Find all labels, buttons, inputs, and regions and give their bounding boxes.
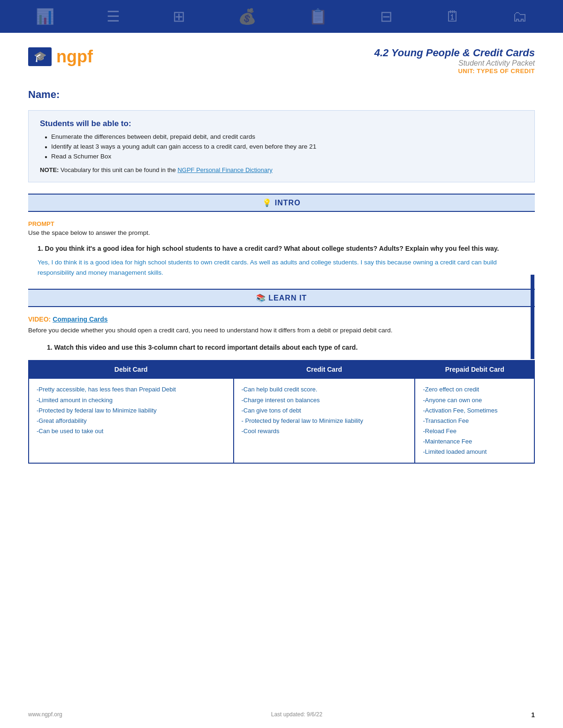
chart-question-text: 1. Watch this video and use this 3-colum… xyxy=(47,343,535,353)
intro-section-header: 💡 INTRO xyxy=(28,194,535,212)
prepaid-debit-cell: -Zero effect on credit -Anyone can own o… xyxy=(415,378,534,463)
video-label: VIDEO: Comparing Cards xyxy=(28,315,535,323)
banner-icon-2: ☰ xyxy=(107,8,120,25)
note-body: Vocabulary for this unit can be found in… xyxy=(61,166,177,173)
footer: www.ngpf.org Last updated: 9/6/22 1 xyxy=(0,711,563,719)
objective-item-2: Identify at least 3 ways a young adult c… xyxy=(45,143,523,150)
banner-icon-3: ⊞ xyxy=(173,8,185,25)
subtitle: Student Activity Packet xyxy=(374,59,535,68)
logo-text: ngpf xyxy=(56,47,93,67)
objectives-list: Enumerate the differences between debit,… xyxy=(40,133,523,160)
header: ngpf 4.2 Young People & Credit Cards Stu… xyxy=(0,33,563,84)
note-prefix: NOTE: xyxy=(40,166,61,173)
title-area: 4.2 Young People & Credit Cards Student … xyxy=(374,47,535,75)
note-text: NOTE: Vocabulary for this unit can be fo… xyxy=(40,166,523,173)
column-header-credit: Credit Card xyxy=(234,360,415,378)
video-link[interactable]: Comparing Cards xyxy=(53,315,107,323)
objectives-box: Students will be able to: Enumerate the … xyxy=(28,110,535,182)
chart-question-body: Watch this video and use this 3-column c… xyxy=(54,344,358,351)
column-header-prepaid: Prepaid Debit Card xyxy=(415,360,534,378)
prompt-instruction: Use the space below to answer the prompt… xyxy=(28,229,535,236)
objective-item-3: Read a Schumer Box xyxy=(45,153,523,160)
table-header-row: Debit Card Credit Card Prepaid Debit Car… xyxy=(29,360,534,378)
debit-card-cell: -Pretty accessible, has less fees than P… xyxy=(29,378,234,463)
footer-updated: Last updated: 9/6/22 xyxy=(271,711,322,719)
table-header: Debit Card Credit Card Prepaid Debit Car… xyxy=(29,360,534,378)
learn-label: 📚 LEARN IT xyxy=(256,294,307,302)
question-text-1: 1. Do you think it's a good idea for hig… xyxy=(38,244,535,254)
top-banner: 📊 ☰ ⊞ 💰 📋 ⊟ 🗓 🗂 xyxy=(0,0,563,33)
content-intro: PROMPT Use the space below to answer the… xyxy=(0,220,563,278)
question-1: 1. Do you think it's a good idea for hig… xyxy=(38,244,535,278)
banner-icon-1: 📊 xyxy=(36,8,54,25)
video-prefix: VIDEO: xyxy=(28,315,53,323)
banner-icon-7: 🗓 xyxy=(445,8,460,25)
objectives-title: Students will be able to: xyxy=(40,119,523,128)
unit-label: UNIT: TYPES OF CREDIT xyxy=(374,68,535,75)
question-answer-1: Yes, I do think it is a good idea for hi… xyxy=(38,257,535,278)
question-body-1: Do you think it's a good idea for high s… xyxy=(45,245,499,252)
table-body: -Pretty accessible, has less fees than P… xyxy=(29,378,534,463)
footer-page: 1 xyxy=(531,711,535,719)
table-row: -Pretty accessible, has less fees than P… xyxy=(29,378,534,463)
banner-icon-4: 💰 xyxy=(238,8,257,25)
card-comparison-table: Debit Card Credit Card Prepaid Debit Car… xyxy=(28,360,535,464)
footer-website: www.ngpf.org xyxy=(28,711,62,719)
learn-section-header: 📚 LEARN IT xyxy=(28,289,535,307)
note-link[interactable]: NGPF Personal Finance Dictionary xyxy=(177,166,272,173)
chart-question-number: 1. xyxy=(47,344,54,351)
banner-icon-5: 📋 xyxy=(309,8,327,25)
chart-question-container: 1. Watch this video and use this 3-colum… xyxy=(38,343,535,353)
name-label: Name: xyxy=(28,89,60,100)
name-section: Name: xyxy=(0,84,563,110)
banner-icon-8: 🗂 xyxy=(512,8,527,25)
question-number-1: 1. xyxy=(38,245,45,252)
credit-card-cell: -Can help build credit score. -Charge in… xyxy=(234,378,415,463)
content-learn: VIDEO: Comparing Cards Before you decide… xyxy=(0,315,563,464)
objective-item-1: Enumerate the differences between debit,… xyxy=(45,133,523,140)
intro-label: 💡 INTRO xyxy=(262,199,300,207)
logo-area: ngpf xyxy=(28,47,93,67)
main-title: 4.2 Young People & Credit Cards xyxy=(374,47,535,59)
video-description: Before you decide whether you should ope… xyxy=(28,326,535,335)
logo-graduation-icon xyxy=(28,47,52,66)
banner-icon-6: ⊟ xyxy=(380,8,393,25)
prompt-label: PROMPT xyxy=(28,220,535,227)
side-tab xyxy=(531,275,534,359)
column-header-debit: Debit Card xyxy=(29,360,234,378)
